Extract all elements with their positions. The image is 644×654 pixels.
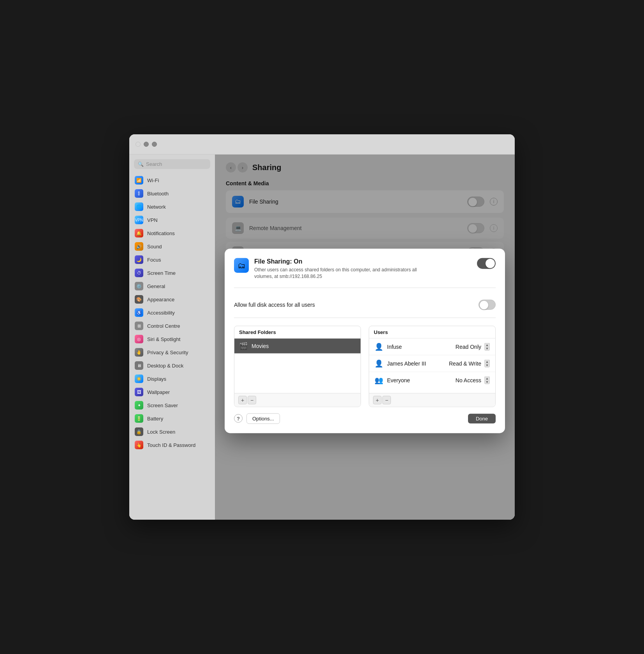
- permission-down-james[interactable]: ▼: [484, 363, 490, 367]
- sidebar-item-sound[interactable]: 🔊 Sound: [129, 240, 215, 253]
- users-footer: + −: [369, 393, 495, 406]
- search-placeholder: Search: [146, 161, 162, 167]
- privacy-icon: 🤚: [135, 348, 143, 357]
- sidebar-item-appearance[interactable]: 🎨 Appearance: [129, 293, 215, 306]
- minimize-button[interactable]: [144, 142, 149, 147]
- sidebar-item-screentime[interactable]: ⏱ Screen Time: [129, 266, 215, 280]
- add-user-button[interactable]: +: [373, 396, 382, 404]
- folder-row-movies[interactable]: 🎬 Movies: [234, 338, 361, 353]
- modal-toggle-container: [477, 258, 496, 269]
- maximize-button[interactable]: [152, 142, 157, 147]
- permission-up-james[interactable]: ▲: [484, 359, 490, 363]
- sidebar-item-label: Touch ID & Password: [147, 442, 195, 448]
- permission-up-infuse[interactable]: ▲: [484, 343, 490, 346]
- user-row-everyone[interactable]: 👥 Everyone No Access ▲ ▼: [369, 372, 495, 388]
- network-icon: 🌐: [135, 202, 143, 211]
- user-permission-infuse[interactable]: Read Only ▲ ▼: [456, 343, 490, 350]
- shared-folders-content: 🎬 Movies: [234, 338, 361, 393]
- movies-folder-name: Movies: [252, 343, 269, 349]
- main-layout: 🔍 Search 📶 Wi-Fi ₿ Bluetooth 🌐 Network V…: [129, 155, 515, 520]
- help-button[interactable]: ?: [234, 414, 243, 423]
- sidebar-item-label: Sound: [147, 244, 162, 250]
- shared-folders-footer: + −: [234, 393, 361, 406]
- sidebar-item-label: Lock Screen: [147, 429, 175, 435]
- sidebar-item-controlcenter[interactable]: ⊞ Control Centre: [129, 319, 215, 332]
- add-shared-folder-button[interactable]: +: [238, 396, 247, 404]
- screentime-icon: ⏱: [135, 269, 143, 277]
- sidebar-item-general[interactable]: ⚙️ General: [129, 280, 215, 293]
- user-icon-infuse: 👤: [375, 342, 383, 351]
- close-button[interactable]: [135, 142, 141, 147]
- permission-down-everyone[interactable]: ▼: [484, 380, 490, 384]
- sidebar-item-screensaver[interactable]: ✦ Screen Saver: [129, 399, 215, 412]
- sidebar-item-focus[interactable]: 🌙 Focus: [129, 253, 215, 266]
- user-permission-everyone[interactable]: No Access ▲ ▼: [456, 376, 490, 384]
- user-row-infuse[interactable]: 👤 Infuse Read Only ▲ ▼: [369, 338, 495, 355]
- sidebar-item-label: Wi-Fi: [147, 178, 159, 183]
- done-button[interactable]: Done: [468, 413, 496, 423]
- sidebar-item-label: General: [147, 283, 165, 289]
- disk-access-toggle[interactable]: [479, 299, 496, 309]
- sidebar-item-label: Accessibility: [147, 310, 175, 316]
- users-content: 👤 Infuse Read Only ▲ ▼: [369, 338, 495, 393]
- user-name-everyone: Everyone: [387, 377, 452, 383]
- modal-footer-left: ? Options...: [234, 413, 280, 424]
- sidebar-item-bluetooth[interactable]: ₿ Bluetooth: [129, 187, 215, 200]
- bluetooth-icon: ₿: [135, 189, 143, 198]
- users-panel: Users 👤 Infuse Read Only ▲ ▼: [369, 325, 496, 407]
- sidebar-item-privacy[interactable]: 🤚 Privacy & Security: [129, 346, 215, 359]
- remove-user-button[interactable]: −: [382, 396, 391, 404]
- search-bar[interactable]: 🔍 Search: [134, 159, 210, 169]
- traffic-lights: [135, 142, 157, 147]
- sidebar-item-touchid[interactable]: 👆 Touch ID & Password: [129, 438, 215, 452]
- sidebar-item-label: Network: [147, 204, 166, 210]
- sidebar-item-network[interactable]: 🌐 Network: [129, 200, 215, 213]
- modal-title: File Sharing: On: [254, 258, 433, 265]
- permission-stepper-james[interactable]: ▲ ▼: [484, 359, 490, 367]
- appearance-icon: 🎨: [135, 295, 143, 304]
- permission-down-infuse[interactable]: ▼: [484, 346, 490, 350]
- options-button[interactable]: Options...: [246, 413, 280, 424]
- sidebar-item-siri[interactable]: ◎ Siri & Spotlight: [129, 332, 215, 346]
- sidebar-item-label: VPN: [147, 217, 158, 223]
- sidebar-item-battery[interactable]: 🔋 Battery: [129, 412, 215, 425]
- user-icon-everyone: 👥: [375, 376, 383, 384]
- permission-up-everyone[interactable]: ▲: [484, 376, 490, 380]
- sidebar-item-vpn[interactable]: VPN VPN: [129, 213, 215, 227]
- user-row-james[interactable]: 👤 James Abeler III Read & Write ▲ ▼: [369, 355, 495, 372]
- sidebar-item-displays[interactable]: ☀️ Displays: [129, 372, 215, 385]
- modal-file-sharing-icon: 🗂: [234, 258, 249, 273]
- user-permission-james[interactable]: Read & Write ▲ ▼: [449, 359, 490, 367]
- sidebar-item-notifications[interactable]: 🔔 Notifications: [129, 227, 215, 240]
- modal-file-sharing-toggle[interactable]: [477, 258, 496, 269]
- disk-access-row: Allow full disk access for all users: [234, 295, 496, 318]
- sidebar-item-label: Appearance: [147, 297, 174, 302]
- siri-icon: ◎: [135, 335, 143, 343]
- sidebar-item-label: Wallpaper: [147, 389, 170, 395]
- system-settings-window: 🔍 Search 📶 Wi-Fi ₿ Bluetooth 🌐 Network V…: [129, 134, 515, 520]
- modal-subtitle: Other users can access shared folders on…: [254, 267, 433, 280]
- title-bar: [129, 134, 515, 155]
- search-icon: 🔍: [138, 162, 144, 167]
- permission-stepper-everyone[interactable]: ▲ ▼: [484, 376, 490, 384]
- remove-shared-folder-button[interactable]: −: [248, 396, 256, 404]
- wifi-icon: 📶: [135, 176, 143, 185]
- controlcenter-icon: ⊞: [135, 322, 143, 330]
- sidebar-item-wifi[interactable]: 📶 Wi-Fi: [129, 174, 215, 187]
- lockscreen-icon: 🔒: [135, 427, 143, 436]
- sidebar-item-label: Screen Saver: [147, 403, 178, 408]
- sidebar-item-label: Displays: [147, 376, 166, 382]
- sidebar-item-wallpaper[interactable]: 🖼 Wallpaper: [129, 385, 215, 399]
- two-col-layout: Shared Folders 🎬 Movies + −: [234, 325, 496, 407]
- sidebar-item-lockscreen[interactable]: 🔒 Lock Screen: [129, 425, 215, 438]
- touchid-icon: 👆: [135, 441, 143, 449]
- sidebar-item-desktop[interactable]: 🖥 Desktop & Dock: [129, 359, 215, 372]
- shared-folders-panel: Shared Folders 🎬 Movies + −: [234, 325, 361, 407]
- sidebar-item-label: Battery: [147, 416, 163, 422]
- desktop-icon: 🖥: [135, 361, 143, 370]
- permission-stepper-infuse[interactable]: ▲ ▼: [484, 343, 490, 350]
- screensaver-icon: ✦: [135, 401, 143, 410]
- sidebar-item-accessibility[interactable]: ♿ Accessibility: [129, 306, 215, 319]
- displays-icon: ☀️: [135, 374, 143, 383]
- sound-icon: 🔊: [135, 242, 143, 251]
